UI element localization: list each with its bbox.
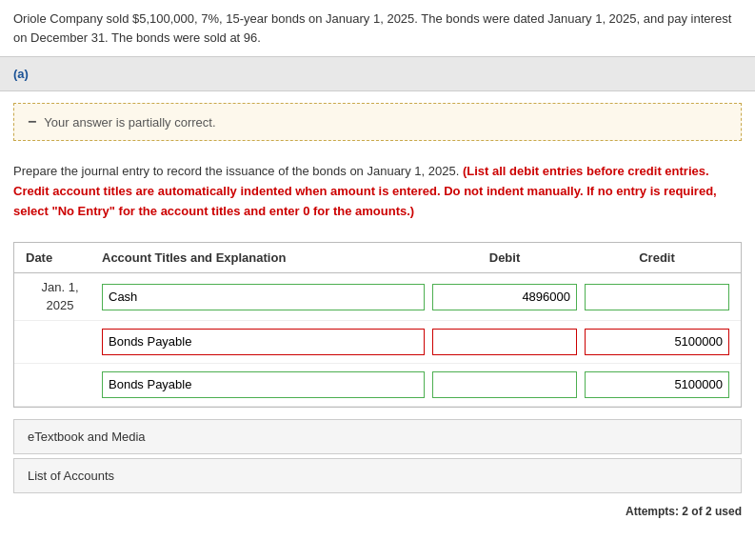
credit-input-1[interactable] [585,284,729,310]
account-input-1[interactable] [102,284,425,310]
journal-table: Date Account Titles and Explanation Debi… [13,242,742,407]
header-debit: Debit [428,249,581,267]
etextbook-media-button[interactable]: eTextbook and Media [13,419,742,454]
credit-cell-3[interactable] [581,370,733,400]
problem-text: Oriole Company sold $5,100,000, 7%, 15-y… [0,0,755,57]
date-cell-1: Jan. 1, 2025 [22,279,98,313]
banner-message: Your answer is partially correct. [44,115,215,130]
account-cell-3[interactable] [98,370,428,400]
header-credit: Credit [581,249,733,267]
table-row [14,321,741,364]
credit-input-2[interactable] [585,329,729,355]
credit-cell-2[interactable] [581,327,733,357]
minus-icon: − [28,113,36,130]
account-cell-2[interactable] [98,327,428,357]
header-account: Account Titles and Explanation [98,249,428,267]
credit-cell-1[interactable] [581,282,733,312]
problem-statement: Oriole Company sold $5,100,000, 7%, 15-y… [13,11,731,45]
section-label: (a) [0,57,755,91]
debit-cell-3[interactable] [428,370,581,400]
footer-buttons: eTextbook and Media List of Accounts [13,419,742,493]
header-date: Date [22,249,98,267]
attempts-text: Attempts: 2 of 2 used [626,505,742,518]
credit-input-3[interactable] [585,371,729,398]
attempts-bar: Attempts: 2 of 2 used [0,497,755,526]
table-row: Jan. 1, 2025 [14,273,741,320]
account-input-2[interactable] [102,329,425,355]
debit-cell-2[interactable] [428,327,581,357]
debit-cell-1[interactable] [428,282,581,312]
account-cell-1[interactable] [98,282,428,312]
instructions-part1: Prepare the journal entry to record the … [13,164,459,178]
list-accounts-button[interactable]: List of Accounts [13,458,742,493]
debit-input-2[interactable] [432,329,577,355]
debit-input-3[interactable] [432,371,577,398]
instructions: Prepare the journal entry to record the … [0,152,755,230]
partial-correct-banner: − Your answer is partially correct. [13,103,742,141]
table-header: Date Account Titles and Explanation Debi… [14,243,741,273]
debit-input-1[interactable] [432,284,577,310]
table-row [14,364,741,407]
account-input-3[interactable] [102,371,425,398]
